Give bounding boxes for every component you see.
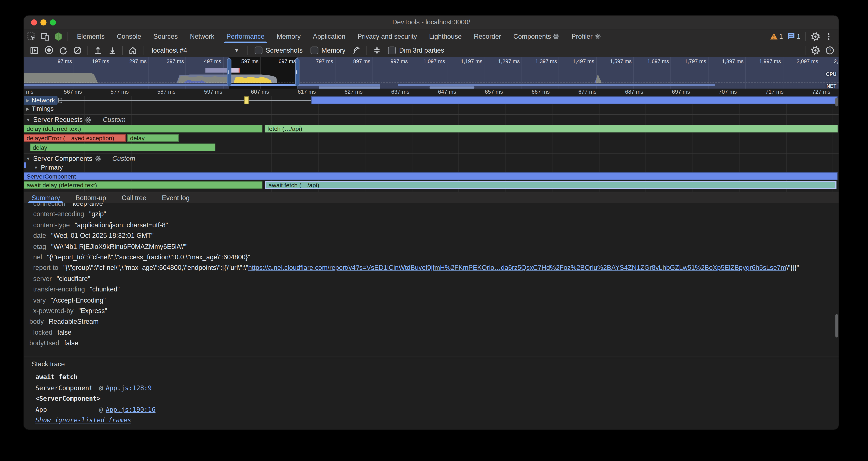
track-color-notch (24, 162, 26, 168)
header-key: vary (33, 296, 46, 304)
stack-frame: ServerComponent@App.js:128:9 (35, 383, 833, 394)
tab-sources[interactable]: Sources (147, 29, 184, 43)
timeline-overview[interactable]: 97 ms197 ms297 ms397 ms497 ms597 ms697 m… (24, 57, 839, 89)
network-track-header[interactable]: ▶ Network (24, 96, 58, 105)
save-profile-icon[interactable] (107, 45, 118, 56)
tracks-scrollbar-thumb[interactable] (835, 97, 838, 106)
header-row-connection: connection"keep-alive" (24, 203, 839, 209)
event-bar-delay[interactable]: delay (127, 134, 179, 142)
tab-bottom-up[interactable]: Bottom-up (68, 192, 114, 203)
server-components-track-header[interactable]: ▼ Server Components — Custom (26, 154, 135, 162)
selected-tab-underline (224, 41, 267, 43)
header-value: "application/json; charset=utf-8" (75, 221, 168, 229)
event-bar-fetch-api[interactable]: fetch (…/api) (265, 125, 838, 132)
help-icon[interactable]: ? (824, 45, 835, 56)
tab-profiler[interactable]: Profiler (565, 29, 607, 43)
react-atom-icon (86, 117, 92, 123)
timeline-ruler[interactable]: ms 567 ms577 ms587 ms597 ms607 ms617 ms6… (24, 89, 839, 96)
history-select[interactable]: localhost #4 ▼ (149, 45, 243, 55)
overview-tick-label: 97 ms (39, 58, 72, 65)
react-atom-icon (595, 33, 601, 39)
tab-event-log[interactable]: Event log (154, 192, 197, 203)
tab-privacy-and-security[interactable]: Privacy and security (351, 29, 423, 43)
memory-checkbox[interactable]: Memory (310, 46, 345, 54)
timings-track[interactable]: ▶ Timings (24, 105, 839, 114)
performance-toolbar: localhost #4 ▼ Screenshots Memory Dim 3 (24, 43, 839, 58)
ruler-tick-label: 637 ms (367, 89, 409, 95)
header-key: date (33, 232, 46, 239)
collapse-flamechart-icon[interactable] (371, 45, 382, 56)
checkbox[interactable] (310, 46, 318, 54)
network-track[interactable]: ▶ Network (24, 96, 839, 105)
tab-network[interactable]: Network (184, 29, 220, 43)
collapse-triangle-icon[interactable]: ▼ (26, 117, 31, 122)
show-ignore-listed-frames-link[interactable]: Show ignore-listed frames (35, 415, 131, 426)
tab-components[interactable]: Components (507, 29, 565, 43)
dim-3rd-parties-checkbox[interactable]: Dim 3rd parties (388, 46, 444, 54)
header-row-content-type: content-type"application/json; charset=u… (24, 220, 839, 231)
screenshots-checkbox[interactable]: Screenshots (255, 46, 303, 54)
event-bar-delay-deferred-text[interactable]: delay (deferred text) (24, 125, 262, 132)
collapse-triangle-icon[interactable]: ▼ (26, 156, 31, 161)
report-url-link[interactable]: https://a.nel.cloudflare.com/report/v4?s… (248, 264, 786, 272)
toggle-panel-icon[interactable] (29, 45, 40, 56)
event-bar-delay[interactable]: delay (30, 143, 215, 151)
overview-tick-label: 1,597 ms (598, 58, 632, 65)
load-profile-icon[interactable] (92, 45, 103, 56)
frame-source-link[interactable]: App.js:190:16 (106, 404, 155, 415)
collect-garbage-icon[interactable] (351, 45, 362, 56)
tab-recorder[interactable]: Recorder (468, 29, 507, 43)
summary-pane[interactable]: connection"keep-alive"content-encoding"g… (24, 203, 839, 355)
header-key: body (29, 318, 43, 325)
request-queued-marker[interactable] (244, 96, 249, 104)
capture-settings-gear-icon[interactable] (810, 45, 821, 56)
tab-lighthouse[interactable]: Lighthouse (423, 29, 468, 43)
header-row-transfer-encoding: transfer-encoding"chunked" (24, 284, 839, 295)
clear-button[interactable] (72, 45, 83, 56)
server-requests-track-header[interactable]: ▼ Server Requests — Custom (26, 116, 126, 123)
checkbox[interactable] (255, 46, 262, 54)
inspect-element-icon[interactable] (27, 31, 36, 41)
event-bar-delayederror-ayed-exception[interactable]: delayedError (…ayed exception) (24, 134, 126, 142)
header-key: locked (33, 328, 53, 336)
tab-summary[interactable]: Summary (24, 192, 68, 203)
tab-label: Lighthouse (429, 32, 462, 40)
settings-gear-icon[interactable] (810, 31, 820, 41)
tab-label: Console (117, 32, 141, 40)
tab-console[interactable]: Console (111, 29, 147, 43)
tab-performance[interactable]: Performance (220, 29, 271, 43)
frame-source-link[interactable]: App.js:128:9 (106, 383, 152, 394)
primary-group-header[interactable]: ▼ Primary (34, 164, 63, 171)
header-value: "cloudflare" (57, 275, 90, 283)
event-bar-await-delay-deferred-text[interactable]: await delay (deferred text) (24, 181, 262, 189)
issues-badge[interactable]: 1 (787, 32, 800, 40)
divider (805, 32, 806, 40)
ruler-unit-label: ms (26, 89, 34, 95)
event-bar-await-fetch-api[interactable]: await fetch (…/api) (265, 181, 836, 189)
tab-memory[interactable]: Memory (271, 29, 307, 43)
summary-scrollbar-thumb[interactable] (835, 314, 838, 338)
device-toolbar-icon[interactable] (40, 31, 50, 41)
network-request-bar[interactable] (311, 96, 838, 104)
warnings-badge[interactable]: 1 (770, 32, 783, 40)
header-value: "{\"report_to\":\"cf-nel\",\"success_fra… (47, 253, 250, 261)
ruler-tick-label: 667 ms (508, 89, 550, 95)
expand-triangle-icon[interactable]: ▶ (26, 106, 29, 111)
tab-label: Bottom-up (75, 194, 106, 201)
tab-call-tree[interactable]: Call tree (114, 192, 154, 203)
event-bar-servercomponent[interactable]: ServerComponent (24, 172, 837, 180)
kebab-menu-icon[interactable] (824, 31, 834, 41)
tab-elements[interactable]: Elements (71, 29, 111, 43)
tab-application[interactable]: Application (307, 29, 351, 43)
cpu-net-divider (24, 83, 839, 83)
collapse-triangle-icon[interactable]: ▼ (34, 165, 38, 170)
reload-record-button[interactable] (58, 45, 69, 56)
expand-triangle-icon[interactable]: ▶ (26, 98, 29, 103)
checkbox[interactable] (388, 46, 396, 54)
ruler-tick-label: 647 ms (414, 89, 456, 95)
record-button[interactable] (43, 45, 54, 56)
home-icon[interactable] (127, 45, 138, 56)
flame-chart-tracks[interactable]: ▶ Network ▶ Timings ▼ Server Requests — … (24, 96, 839, 192)
header-value: "keep-alive" (70, 203, 105, 207)
details-tabbar: SummaryBottom-upCall treeEvent log (24, 192, 839, 203)
